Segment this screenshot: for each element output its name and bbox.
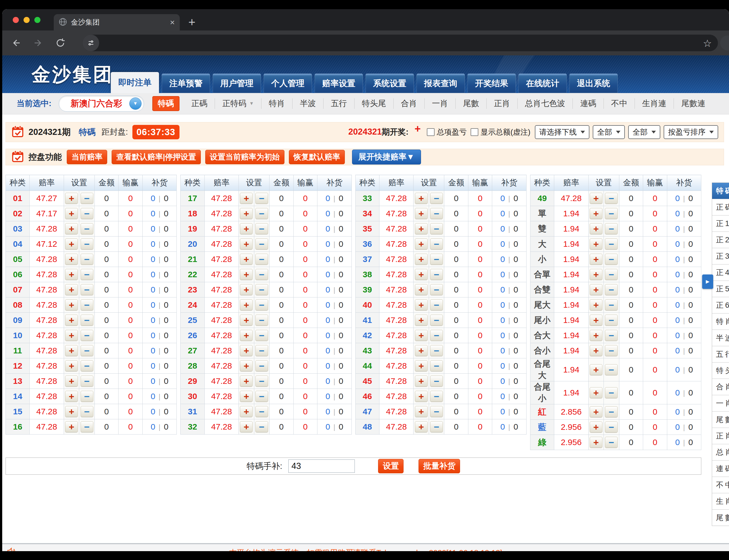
increase-odds-button[interactable]: + — [240, 238, 253, 250]
decrease-odds-button[interactable]: − — [81, 238, 93, 250]
nav-tab-7[interactable]: 开奖结果 — [468, 74, 516, 93]
sidebar-item-11[interactable]: 特头尾 — [712, 363, 729, 379]
increase-odds-button[interactable]: + — [590, 315, 602, 326]
increase-odds-button[interactable]: + — [590, 345, 602, 356]
sidebar-item-6[interactable]: 正5特 — [712, 281, 729, 297]
decrease-odds-button[interactable]: − — [430, 193, 443, 204]
decrease-odds-button[interactable]: − — [605, 315, 618, 326]
nav-tab-8[interactable]: 在线统计 — [518, 74, 567, 93]
game-tab-14[interactable]: 生肖連 — [635, 93, 674, 114]
increase-odds-button[interactable]: + — [415, 330, 428, 341]
increase-odds-button[interactable]: + — [415, 223, 428, 234]
decrease-odds-button[interactable]: − — [605, 193, 618, 204]
sidebar-expand-button[interactable]: ► — [702, 274, 713, 289]
increase-odds-button[interactable]: + — [415, 315, 428, 326]
decrease-odds-button[interactable]: − — [81, 345, 93, 356]
game-tab-12[interactable]: 連碼 — [573, 93, 604, 114]
increase-odds-button[interactable]: + — [415, 269, 428, 280]
increase-odds-button[interactable]: + — [65, 360, 78, 371]
decrease-odds-button[interactable]: − — [430, 330, 443, 341]
browser-tab[interactable]: 金沙集团 × — [54, 14, 180, 30]
decrease-odds-button[interactable]: − — [605, 284, 618, 295]
increase-odds-button[interactable]: + — [240, 391, 253, 402]
control-button-1[interactable]: 查看默认赔率|停押设置 — [112, 150, 201, 164]
increase-odds-button[interactable]: + — [65, 421, 78, 432]
increase-odds-button[interactable]: + — [240, 269, 253, 280]
decrease-odds-button[interactable]: − — [430, 223, 443, 234]
decrease-odds-button[interactable]: − — [605, 299, 618, 310]
sidebar-item-18[interactable]: 不中 — [712, 477, 729, 493]
game-tab-9[interactable]: 尾數 — [456, 93, 487, 114]
increase-odds-button[interactable]: + — [590, 238, 602, 250]
nav-tab-2[interactable]: 用户管理 — [213, 74, 261, 93]
increase-odds-button[interactable]: + — [415, 284, 428, 295]
decrease-odds-button[interactable]: − — [430, 376, 443, 387]
decrease-odds-button[interactable]: − — [430, 284, 443, 295]
game-tab-7[interactable]: 合肖 — [394, 93, 425, 114]
decrease-odds-button[interactable]: − — [255, 360, 268, 371]
decrease-odds-button[interactable]: − — [605, 208, 618, 219]
increase-odds-button[interactable]: + — [415, 238, 428, 250]
sidebar-item-13[interactable]: 一肖 — [712, 395, 729, 412]
sidebar-item-12[interactable]: 合肖 — [712, 379, 729, 395]
decrease-odds-button[interactable]: − — [81, 421, 93, 432]
control-button-3[interactable]: 恢复默认赔率 — [289, 150, 345, 164]
increase-odds-button[interactable]: + — [415, 208, 428, 219]
increase-odds-button[interactable]: + — [590, 406, 602, 417]
decrease-odds-button[interactable]: − — [430, 254, 443, 265]
game-tab-2[interactable]: 正特码▼ — [215, 93, 261, 114]
decrease-odds-button[interactable]: − — [81, 269, 93, 280]
decrease-odds-button[interactable]: − — [255, 330, 268, 341]
decrease-odds-button[interactable]: − — [255, 391, 268, 402]
nav-tab-3[interactable]: 个人管理 — [264, 74, 312, 93]
decrease-odds-button[interactable]: − — [81, 376, 93, 387]
decrease-odds-button[interactable]: − — [255, 284, 268, 295]
increase-odds-button[interactable]: + — [590, 254, 602, 265]
decrease-odds-button[interactable]: − — [255, 238, 268, 250]
decrease-odds-button[interactable]: − — [605, 330, 618, 341]
sidebar-item-15[interactable]: 正肖 — [712, 428, 729, 444]
decrease-odds-button[interactable]: − — [81, 223, 93, 234]
game-tab-11[interactable]: 总肖七色波 — [518, 93, 573, 114]
nav-tab-5[interactable]: 系统设置 — [366, 74, 414, 93]
sidebar-item-19[interactable]: 生肖連 — [712, 493, 729, 510]
decrease-odds-button[interactable]: − — [605, 387, 618, 398]
decrease-odds-button[interactable]: − — [605, 238, 618, 250]
decrease-odds-button[interactable]: − — [81, 315, 93, 326]
increase-odds-button[interactable]: + — [240, 406, 253, 417]
sidebar-item-3[interactable]: 正2特 — [712, 232, 729, 248]
game-tab-10[interactable]: 正肖 — [487, 93, 518, 114]
increase-odds-button[interactable]: + — [415, 360, 428, 371]
decrease-odds-button[interactable]: − — [81, 299, 93, 310]
filter-select-3[interactable]: 按盈亏排序 — [664, 125, 718, 139]
decrease-odds-button[interactable]: − — [81, 193, 93, 204]
control-button-0[interactable]: 当前赔率 — [67, 150, 107, 164]
increase-odds-button[interactable]: + — [415, 406, 428, 417]
decrease-odds-button[interactable]: − — [430, 360, 443, 371]
increase-odds-button[interactable]: + — [65, 391, 78, 402]
increase-odds-button[interactable]: + — [65, 269, 78, 280]
increase-odds-button[interactable]: + — [65, 345, 78, 356]
increase-odds-button[interactable]: + — [65, 193, 78, 204]
close-window-button[interactable] — [13, 17, 19, 23]
increase-odds-button[interactable]: + — [415, 391, 428, 402]
increase-odds-button[interactable]: + — [415, 299, 428, 310]
increase-odds-button[interactable]: + — [240, 360, 253, 371]
filter-select-2[interactable]: 全部 — [628, 125, 660, 139]
increase-odds-button[interactable]: + — [240, 345, 253, 356]
checkbox-box[interactable] — [471, 128, 478, 136]
filter-select-0[interactable]: 请选择下线 — [535, 125, 589, 139]
increase-odds-button[interactable]: + — [590, 223, 602, 234]
increase-odds-button[interactable]: + — [65, 208, 78, 219]
decrease-odds-button[interactable]: − — [255, 193, 268, 204]
sidebar-item-8[interactable]: 特肖 — [712, 314, 729, 330]
decrease-odds-button[interactable]: − — [430, 345, 443, 356]
decrease-odds-button[interactable]: − — [430, 208, 443, 219]
sidebar-item-4[interactable]: 正3特 — [712, 248, 729, 264]
add-icon[interactable]: + — [415, 123, 421, 135]
increase-odds-button[interactable]: + — [240, 284, 253, 295]
increase-odds-button[interactable]: + — [65, 238, 78, 250]
manual-restock-input[interactable] — [288, 459, 355, 473]
decrease-odds-button[interactable]: − — [255, 421, 268, 432]
increase-odds-button[interactable]: + — [590, 387, 602, 398]
